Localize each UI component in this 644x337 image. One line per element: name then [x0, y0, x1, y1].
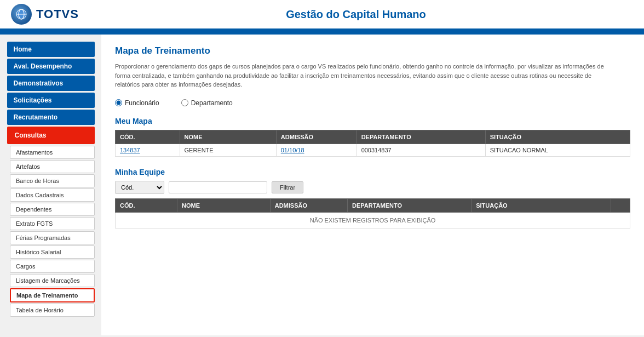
blue-bar: [0, 30, 644, 35]
sidebar-item-recrutamento[interactable]: Recrutamento: [7, 110, 95, 125]
sidebar-sub-listagem-de-marcacoes[interactable]: Listagem de Marcações: [10, 274, 95, 287]
main-content: Mapa de Treinamento Proporcionar o geren…: [101, 35, 644, 335]
radio-funcionario-label: Funcionário: [125, 99, 159, 107]
app-title: Gestão do Capital Humano: [79, 8, 633, 21]
meu-mapa-col-nome: NOME: [180, 130, 276, 144]
sidebar-sub-dados-cadastrais[interactable]: Dados Cadastrais: [10, 189, 95, 202]
minha-equipe-table: CÓD. NOME ADMISSÃO DEPARTAMENTO SITUAÇÃO…: [115, 198, 630, 229]
meu-mapa-row-admissao[interactable]: 01/10/18: [276, 144, 357, 156]
meu-mapa-col-situacao: SITUAÇÃO: [485, 130, 630, 144]
radio-group: Funcionário Departamento: [115, 99, 630, 107]
sidebar-item-home[interactable]: Home: [7, 42, 95, 57]
page-title: Mapa de Treinamento: [115, 45, 630, 56]
minha-equipe-header-row: CÓD. NOME ADMISSÃO DEPARTAMENTO SITUAÇÃO: [116, 198, 630, 212]
minha-equipe-col-nome: NOME: [177, 198, 271, 212]
radio-funcionario[interactable]: Funcionário: [115, 99, 159, 107]
radio-departamento[interactable]: Departamento: [181, 99, 233, 107]
page-description: Proporcionar o gerenciamento dos gaps de…: [115, 62, 608, 89]
radio-departamento-label: Departamento: [191, 99, 233, 107]
sidebar-item-consultas[interactable]: Consultas: [7, 127, 95, 144]
sidebar-sub-artefatos[interactable]: Artefatos: [10, 160, 95, 173]
radio-funcionario-input[interactable]: [115, 99, 122, 106]
meu-mapa-row-nome: GERENTE: [180, 144, 276, 156]
sidebar-sub-ferias-programadas[interactable]: Férias Programadas: [10, 231, 95, 244]
sidebar-item-demonstrativos[interactable]: Demonstrativos: [7, 76, 95, 91]
meu-mapa-col-cod: CÓD.: [116, 130, 180, 144]
filter-row: Cód. Nome Departamento Filtrar: [115, 181, 630, 194]
sidebar-sub-afastamentos[interactable]: Afastamentos: [10, 146, 95, 159]
no-records-row: NÃO EXISTEM REGISTROS PARA EXIBIÇÃO: [116, 212, 630, 228]
sidebar-item-solicitacoes[interactable]: Solicitações: [7, 93, 95, 108]
filter-button[interactable]: Filtrar: [272, 181, 303, 193]
sidebar: Home Aval. Desempenho Demonstrativos Sol…: [0, 35, 101, 335]
filter-select[interactable]: Cód. Nome Departamento: [115, 181, 164, 194]
minha-equipe-col-admissao: ADMISSÃO: [270, 198, 347, 212]
sidebar-sub-historico-salarial[interactable]: Histórico Salarial: [10, 245, 95, 259]
minha-equipe-col-action: [611, 198, 630, 212]
minha-equipe-col-departamento: DEPARTAMENTO: [348, 198, 472, 212]
minha-equipe-col-situacao: SITUAÇÃO: [472, 198, 611, 212]
logo-area: TOTVS: [11, 4, 79, 25]
meu-mapa-col-departamento: DEPARTAMENTO: [357, 130, 485, 144]
radio-departamento-input[interactable]: [181, 99, 188, 106]
sidebar-item-aval-desempenho[interactable]: Aval. Desempenho: [7, 59, 95, 74]
meu-mapa-row-situacao: SITUACAO NORMAL: [485, 144, 630, 156]
meu-mapa-row-cod[interactable]: 134837: [116, 144, 180, 156]
table-row: 134837 GERENTE 01/10/18 000314837 SITUAC…: [116, 144, 630, 156]
header: TOTVS Gestão do Capital Humano: [0, 0, 644, 30]
meu-mapa-table: CÓD. NOME ADMISSÃO DEPARTAMENTO SITUAÇÃO…: [115, 130, 630, 157]
sidebar-sub-tabela-de-horario[interactable]: Tabela de Horário: [10, 304, 95, 317]
sidebar-sub-dependentes[interactable]: Dependentes: [10, 203, 95, 216]
sidebar-sub-extrato-fgts[interactable]: Extrato FGTS: [10, 217, 95, 230]
meu-mapa-col-admissao: ADMISSÃO: [276, 130, 357, 144]
minha-equipe-col-cod: CÓD.: [116, 198, 177, 212]
meu-mapa-title: Meu Mapa: [115, 117, 630, 125]
filter-input[interactable]: [169, 181, 267, 193]
logo-text: TOTVS: [36, 7, 79, 21]
meu-mapa-row-departamento: 000314837: [357, 144, 485, 156]
meu-mapa-header-row: CÓD. NOME ADMISSÃO DEPARTAMENTO SITUAÇÃO: [116, 130, 630, 144]
no-records-message: NÃO EXISTEM REGISTROS PARA EXIBIÇÃO: [116, 212, 630, 228]
sidebar-sub-banco-de-horas[interactable]: Banco de Horas: [10, 174, 95, 187]
sidebar-sub-cargos[interactable]: Cargos: [10, 260, 95, 273]
totvs-logo-icon: [11, 4, 32, 25]
sidebar-sub-mapa-de-treinamento[interactable]: Mapa de Treinamento: [10, 288, 95, 302]
layout: Home Aval. Desempenho Demonstrativos Sol…: [0, 35, 644, 335]
minha-equipe-title: Minha Equipe: [115, 168, 630, 176]
